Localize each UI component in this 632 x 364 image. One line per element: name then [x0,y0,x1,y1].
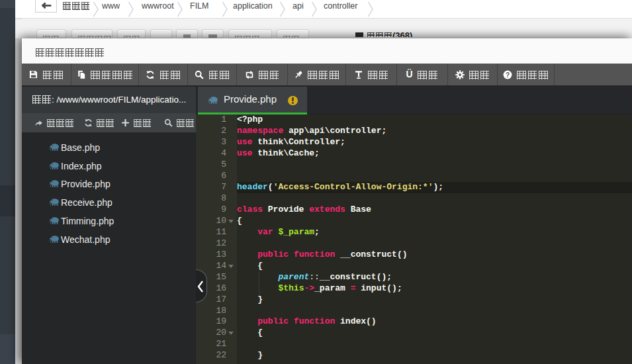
svg-text:?: ? [506,71,510,78]
